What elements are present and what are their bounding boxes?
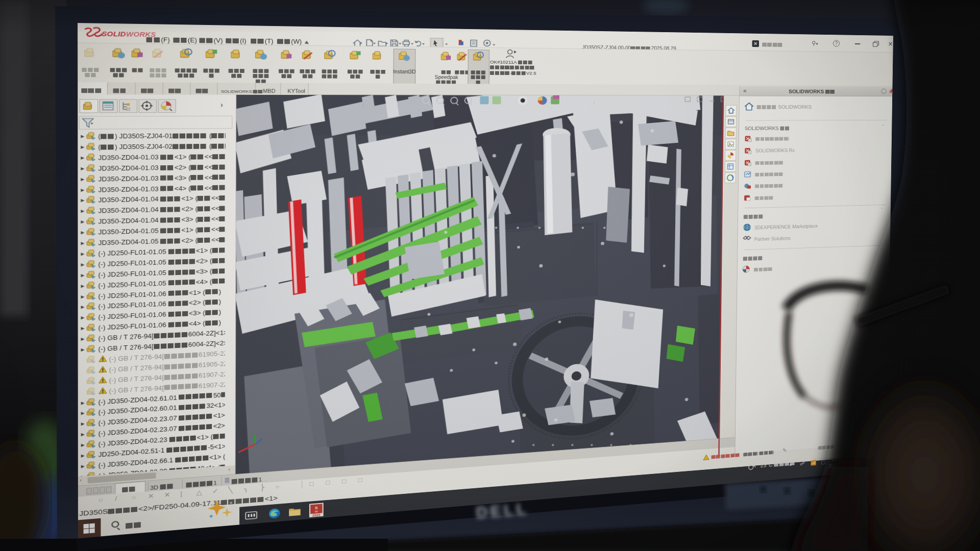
- svg-text:W: W: [315, 510, 318, 513]
